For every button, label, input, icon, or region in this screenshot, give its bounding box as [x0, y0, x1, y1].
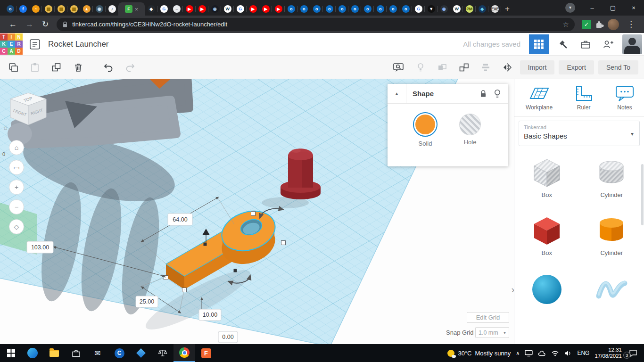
- tab[interactable]: o: [348, 2, 361, 16]
- sidebar-scrollbar[interactable]: [641, 164, 644, 225]
- scales-app-icon[interactable]: [152, 344, 173, 362]
- design-menu-icon[interactable]: [26, 36, 43, 53]
- solid-swatch[interactable]: [415, 115, 435, 134]
- ungroup-icon[interactable]: [455, 59, 472, 76]
- shape-box-solid[interactable]: Box: [530, 214, 563, 256]
- delete-icon[interactable]: [70, 59, 87, 76]
- hole-option[interactable]: Hole: [457, 112, 483, 146]
- shape-cylinder-hole[interactable]: Cylinder: [595, 156, 628, 198]
- group-icon[interactable]: [434, 59, 451, 76]
- tab[interactable]: ♪: [106, 2, 118, 16]
- tab[interactable]: ◈: [145, 2, 157, 16]
- tab[interactable]: ◉: [438, 2, 450, 16]
- edge-icon[interactable]: [22, 344, 43, 362]
- tab[interactable]: G: [234, 2, 247, 16]
- start-button[interactable]: [0, 344, 22, 362]
- export-button[interactable]: Export: [559, 60, 594, 74]
- hidden-icons-chevron[interactable]: ∧: [516, 350, 520, 356]
- zoom-in-button[interactable]: +: [9, 180, 24, 195]
- hole-swatch[interactable]: [459, 114, 481, 135]
- tab[interactable]: ▶: [196, 2, 208, 16]
- tab[interactable]: f: [17, 2, 29, 16]
- tab[interactable]: ▶: [272, 2, 285, 16]
- weather-widget[interactable]: 30°C Mostly sunny: [447, 350, 511, 357]
- edge-handle[interactable]: [204, 243, 207, 246]
- tab-search-icon[interactable]: ▾: [565, 3, 575, 13]
- tab[interactable]: ▤: [55, 2, 67, 16]
- file-explorer-icon[interactable]: [43, 344, 65, 362]
- import-button[interactable]: Import: [520, 60, 555, 74]
- display-icon[interactable]: [525, 350, 533, 357]
- forward-icon[interactable]: →: [25, 20, 33, 28]
- browser-profile-avatar[interactable]: [608, 19, 619, 30]
- tab[interactable]: ▲: [80, 2, 93, 16]
- shape-scribble[interactable]: [595, 272, 628, 307]
- tab[interactable]: ▶: [259, 2, 272, 16]
- annotate-icon[interactable]: [390, 59, 407, 76]
- tab[interactable]: ◉: [93, 2, 106, 16]
- tab[interactable]: W: [221, 2, 234, 16]
- c-app-icon[interactable]: C: [108, 344, 130, 362]
- tab-close-icon[interactable]: ×: [135, 6, 139, 12]
- mail-icon[interactable]: ✉: [87, 344, 108, 362]
- tab[interactable]: ▤: [42, 2, 55, 16]
- tab[interactable]: ◆: [476, 2, 488, 16]
- bookmark-star-icon[interactable]: ☆: [563, 20, 569, 29]
- home-view-button[interactable]: ⌂: [9, 140, 24, 155]
- dimension-label[interactable]: 0.00: [218, 331, 238, 343]
- snap-grid-select[interactable]: 1.0 mm ▾: [475, 327, 509, 338]
- design-title[interactable]: Rocket Launcher: [48, 40, 109, 49]
- tab[interactable]: ◔: [29, 2, 42, 16]
- ruler-tool[interactable]: Ruler: [574, 85, 593, 111]
- tab[interactable]: ▤: [67, 2, 80, 16]
- notes-tool[interactable]: Notes: [615, 85, 635, 111]
- wifi-icon[interactable]: [551, 350, 559, 356]
- tab[interactable]: o: [310, 2, 323, 16]
- briefcase-icon[interactable]: [577, 36, 594, 53]
- paste-icon[interactable]: [26, 59, 43, 76]
- fit-view-button[interactable]: ▭: [9, 160, 24, 175]
- tab[interactable]: o: [336, 2, 348, 16]
- tab[interactable]: o: [297, 2, 310, 16]
- undo-icon[interactable]: [100, 59, 117, 76]
- url-text[interactable]: tinkercad.com/things/cCE3HiNw2dO-rocket-…: [72, 21, 562, 28]
- shape-box-hole[interactable]: Box: [530, 156, 563, 198]
- shape-library-dropdown[interactable]: Tinkercad Basic Shapes ▾: [519, 121, 640, 146]
- tab[interactable]: o: [374, 2, 387, 16]
- perspective-button[interactable]: ◇: [9, 220, 24, 234]
- extension-check-icon[interactable]: ✓: [582, 20, 591, 29]
- lightbulb-icon[interactable]: [412, 59, 429, 76]
- tab[interactable]: o: [387, 2, 399, 16]
- tab[interactable]: o: [361, 2, 374, 16]
- speaker-icon[interactable]: [564, 350, 572, 356]
- tinker-hammer-icon[interactable]: [554, 36, 571, 53]
- lightbulb-icon[interactable]: [494, 89, 501, 98]
- new-tab-button[interactable]: +: [505, 5, 510, 13]
- redo-icon[interactable]: [122, 59, 139, 76]
- chrome-taskbar-icon[interactable]: [173, 344, 195, 362]
- tab[interactable]: o: [323, 2, 336, 16]
- tab[interactable]: ◉: [208, 2, 221, 16]
- collapse-panel-icon[interactable]: ▲: [388, 84, 406, 104]
- tab[interactable]: o: [4, 2, 17, 16]
- maximize-button[interactable]: ▢: [603, 0, 623, 16]
- shape-cylinder-solid[interactable]: Cylinder: [595, 214, 628, 256]
- extensions-puzzle-icon[interactable]: [594, 20, 604, 29]
- invite-person-icon[interactable]: [600, 36, 617, 53]
- scale-handle[interactable]: [281, 241, 286, 245]
- tab[interactable]: PM: [463, 2, 476, 16]
- scale-handle[interactable]: [251, 212, 256, 216]
- dimension-label[interactable]: 64.00: [168, 214, 192, 225]
- mirror-icon[interactable]: [499, 59, 516, 76]
- dimension-label[interactable]: 10.00: [199, 309, 221, 321]
- zoom-out-button[interactable]: −: [9, 200, 24, 214]
- tab[interactable]: –: [170, 2, 183, 16]
- cloud-icon[interactable]: [538, 350, 546, 356]
- tab[interactable]: G: [412, 2, 425, 16]
- browser-menu-icon[interactable]: ⋮: [627, 20, 635, 28]
- tinkercad-logo[interactable]: TINKERCAD: [0, 33, 23, 55]
- tab[interactable]: ▶: [183, 2, 196, 16]
- minimize-button[interactable]: –: [582, 0, 603, 16]
- tab[interactable]: o: [285, 2, 297, 16]
- align-icon[interactable]: [477, 59, 494, 76]
